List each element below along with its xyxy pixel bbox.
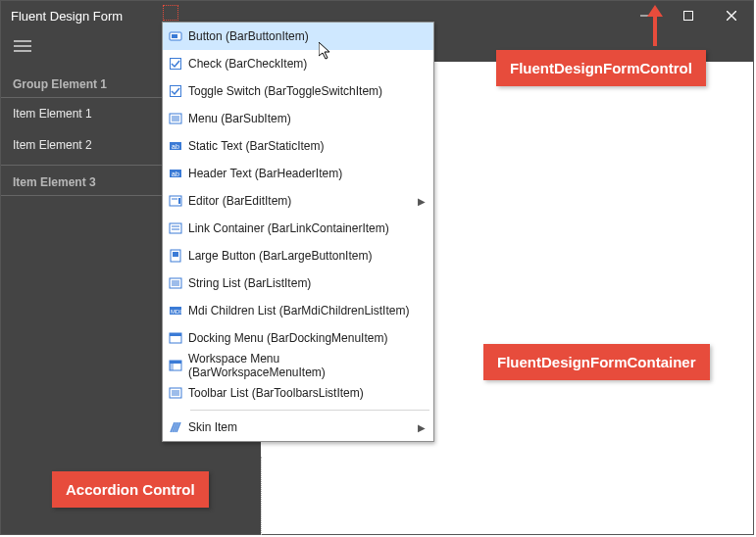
menu-item-header[interactable]: ab Header Text (BarHeaderItem) [163,160,433,187]
callout-accordion: Accordion Control [52,471,209,508]
menu-icon [163,112,188,125]
callout-formcontrol: FluentDesignFormControl [496,50,706,86]
menu-item-label: Check (BarCheckItem) [188,57,433,71]
window-title: Fluent Design Form [1,9,123,24]
menu-item-label: Button (BarButtonItem) [188,29,433,43]
context-menu: Button (BarButtonItem) Check (BarCheckIt… [162,22,434,442]
text-icon: ab [163,139,188,153]
button-icon [163,29,188,43]
menu-separator [190,410,429,411]
menu-item-skin[interactable]: Skin Item ▶ [163,414,433,441]
menu-item-static[interactable]: ab Static Text (BarStaticItem) [163,132,433,160]
menu-item-check[interactable]: Check (BarCheckItem) [163,50,433,77]
toolbar-icon [163,386,188,400]
submenu-arrow-icon: ▶ [418,422,426,433]
mdi-icon: MDI [163,304,188,317]
menu-item-label: Toolbar List (BarToolbarsListItem) [188,386,433,400]
menu-item-link[interactable]: Link Container (BarLinkContainerItem) [163,215,433,242]
menu-item-label: Skin Item [188,420,433,434]
menu-item-label: Toggle Switch (BarToggleSwitchItem) [188,84,433,98]
arrow-up-icon [645,5,665,46]
svg-rect-1 [684,12,693,21]
svg-rect-8 [172,34,177,38]
menu-item-label: String List (BarListItem) [188,276,433,290]
menu-item-toggle[interactable]: Toggle Switch (BarToggleSwitchItem) [163,77,433,105]
menu-item-label: Docking Menu (BarDockingMenuItem) [188,331,433,345]
svg-rect-34 [170,333,181,336]
svg-rect-22 [170,223,181,233]
menu-item-editor[interactable]: Editor (BarEditItem) ▶ [163,187,433,215]
window: Fluent Design Form Group Element 1 Item … [0,0,754,535]
menu-item-large[interactable]: Large Button (BarLargeButtonItem) [163,242,433,269]
menu-item-button[interactable]: Button (BarButtonItem) [163,23,433,50]
skin-icon [163,420,188,434]
menu-item-workspace[interactable]: Workspace Menu (BarWorkspaceMenuItem) [163,352,433,379]
menu-item-menu[interactable]: Menu (BarSubItem) [163,105,433,132]
hamburger-button[interactable] [1,30,44,62]
maximize-button[interactable] [667,1,710,30]
menu-item-label: Editor (BarEditItem) [188,194,433,208]
svg-rect-26 [173,252,178,257]
selection-indicator [163,5,178,21]
workspace-icon [163,359,188,372]
menu-item-docking[interactable]: Docking Menu (BarDockingMenuItem) [163,324,433,352]
svg-text:MDI: MDI [171,309,181,315]
svg-rect-21 [178,198,180,204]
callout-formcontainer: FluentDesignFormContainer [483,344,710,380]
dotted-divider [261,457,262,535]
menu-item-mdi[interactable]: MDI Mdi Children List (BarMdiChildrenLis… [163,297,433,324]
menu-item-label: Static Text (BarStaticItem) [188,139,433,153]
menu-item-label: Header Text (BarHeaderItem) [188,167,433,180]
svg-text:ab: ab [172,143,179,150]
menu-item-label: Mdi Children List (BarMdiChildrenListIte… [188,304,433,317]
docking-icon [163,331,188,345]
menu-item-label: Large Button (BarLargeButtonItem) [188,249,433,263]
list-icon [163,276,188,290]
svg-rect-37 [170,361,181,364]
menu-item-toolbar[interactable]: Toolbar List (BarToolbarsListItem) [163,379,433,407]
menu-item-label: Workspace Menu (BarWorkspaceMenuItem) [188,352,433,379]
menu-item-stringlist[interactable]: String List (BarListItem) [163,269,433,297]
menu-item-label: Menu (BarSubItem) [188,112,433,125]
svg-text:ab: ab [172,171,179,177]
menu-item-label: Link Container (BarLinkContainerItem) [188,221,433,235]
large-button-icon [163,249,188,263]
link-container-icon [163,221,188,235]
close-button[interactable] [710,1,753,30]
editor-icon [163,194,188,208]
header-icon: ab [163,167,188,180]
check-icon [163,57,188,71]
toggle-icon [163,84,188,98]
submenu-arrow-icon: ▶ [418,196,426,207]
